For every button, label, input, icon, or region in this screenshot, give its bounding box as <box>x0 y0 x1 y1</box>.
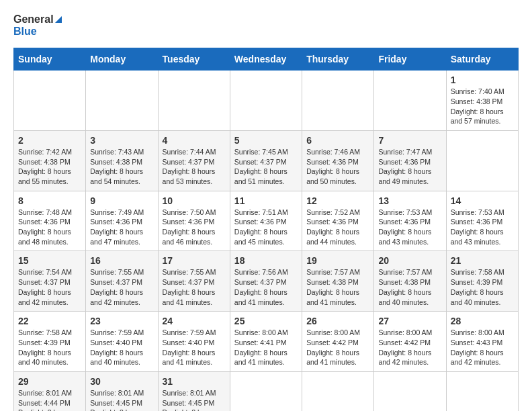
calendar-header-friday: Friday <box>374 48 446 71</box>
day-cell: 12Sunrise: 7:52 AMSunset: 4:36 PMDayligh… <box>302 191 374 251</box>
calendar-week-3: 8Sunrise: 7:48 AMSunset: 4:36 PMDaylight… <box>14 191 519 251</box>
day-cell: 4Sunrise: 7:44 AMSunset: 4:37 PMDaylight… <box>158 130 230 191</box>
day-cell: 17Sunrise: 7:55 AMSunset: 4:37 PMDayligh… <box>158 251 230 312</box>
day-cell: 3Sunrise: 7:43 AMSunset: 4:38 PMDaylight… <box>86 130 158 191</box>
empty-cell <box>374 371 446 411</box>
day-cell: 15Sunrise: 7:54 AMSunset: 4:37 PMDayligh… <box>14 251 86 312</box>
calendar-header-monday: Monday <box>86 48 158 71</box>
calendar: SundayMondayTuesdayWednesdayThursdayFrid… <box>13 48 519 411</box>
day-cell: 26Sunrise: 8:00 AMSunset: 4:42 PMDayligh… <box>302 312 374 372</box>
empty-cell <box>158 71 230 131</box>
day-cell: 13Sunrise: 7:53 AMSunset: 4:36 PMDayligh… <box>374 191 446 251</box>
day-cell: 21Sunrise: 7:58 AMSunset: 4:39 PMDayligh… <box>446 251 518 312</box>
empty-cell <box>14 71 86 131</box>
empty-cell <box>446 371 518 411</box>
calendar-header-thursday: Thursday <box>302 48 374 71</box>
day-cell: 6Sunrise: 7:46 AMSunset: 4:36 PMDaylight… <box>302 130 374 191</box>
day-cell: 19Sunrise: 7:57 AMSunset: 4:38 PMDayligh… <box>302 251 374 312</box>
calendar-header-sunday: Sunday <box>14 48 86 71</box>
day-cell: 11Sunrise: 7:51 AMSunset: 4:36 PMDayligh… <box>230 191 302 251</box>
calendar-header-wednesday: Wednesday <box>230 48 302 71</box>
calendar-header-row: SundayMondayTuesdayWednesdayThursdayFrid… <box>14 48 519 71</box>
day-cell: 18Sunrise: 7:56 AMSunset: 4:37 PMDayligh… <box>230 251 302 312</box>
calendar-week-5: 22Sunrise: 7:58 AMSunset: 4:39 PMDayligh… <box>14 312 519 372</box>
header: General Blue <box>13 13 519 37</box>
day-cell: 30Sunrise: 8:01 AMSunset: 4:45 PMDayligh… <box>86 371 158 411</box>
day-cell: 24Sunrise: 7:59 AMSunset: 4:40 PMDayligh… <box>158 312 230 372</box>
empty-cell <box>302 71 374 131</box>
day-cell: 29Sunrise: 8:01 AMSunset: 4:44 PMDayligh… <box>14 371 86 411</box>
day-cell: 22Sunrise: 7:58 AMSunset: 4:39 PMDayligh… <box>14 312 86 372</box>
day-cell: 25Sunrise: 8:00 AMSunset: 4:41 PMDayligh… <box>230 312 302 372</box>
day-cell: 2Sunrise: 7:42 AMSunset: 4:38 PMDaylight… <box>14 130 86 191</box>
day-cell: 20Sunrise: 7:57 AMSunset: 4:38 PMDayligh… <box>374 251 446 312</box>
calendar-week-2: 2Sunrise: 7:42 AMSunset: 4:38 PMDaylight… <box>14 130 519 191</box>
calendar-week-6: 29Sunrise: 8:01 AMSunset: 4:44 PMDayligh… <box>14 371 519 411</box>
logo-text-blue: Blue <box>13 26 62 38</box>
empty-cell <box>374 71 446 131</box>
empty-cell <box>302 371 374 411</box>
logo: General Blue <box>13 13 62 37</box>
day-cell: 9Sunrise: 7:49 AMSunset: 4:36 PMDaylight… <box>86 191 158 251</box>
day-cell: 28Sunrise: 8:00 AMSunset: 4:43 PMDayligh… <box>446 312 518 372</box>
day-cell: 23Sunrise: 7:59 AMSunset: 4:40 PMDayligh… <box>86 312 158 372</box>
day-cell: 31Sunrise: 8:01 AMSunset: 4:45 PMDayligh… <box>158 371 230 411</box>
day-cell: 10Sunrise: 7:50 AMSunset: 4:36 PMDayligh… <box>158 191 230 251</box>
day-cell: 27Sunrise: 8:00 AMSunset: 4:42 PMDayligh… <box>374 312 446 372</box>
empty-cell <box>86 71 158 131</box>
empty-cell <box>230 71 302 131</box>
day-cell: 5Sunrise: 7:45 AMSunset: 4:37 PMDaylight… <box>230 130 302 191</box>
empty-cell <box>230 371 302 411</box>
day-cell: 8Sunrise: 7:48 AMSunset: 4:36 PMDaylight… <box>14 191 86 251</box>
day-cell: 1Sunrise: 7:40 AMSunset: 4:38 PMDaylight… <box>446 71 518 131</box>
calendar-header-tuesday: Tuesday <box>158 48 230 71</box>
calendar-header-saturday: Saturday <box>446 48 518 71</box>
logo-container: General Blue <box>13 13 62 37</box>
calendar-week-1: 1Sunrise: 7:40 AMSunset: 4:38 PMDaylight… <box>14 71 519 131</box>
logo-text-general: General <box>13 13 62 26</box>
calendar-week-4: 15Sunrise: 7:54 AMSunset: 4:37 PMDayligh… <box>14 251 519 312</box>
day-cell: 16Sunrise: 7:55 AMSunset: 4:37 PMDayligh… <box>86 251 158 312</box>
day-cell: 14Sunrise: 7:53 AMSunset: 4:36 PMDayligh… <box>446 191 518 251</box>
day-cell: 7Sunrise: 7:47 AMSunset: 4:36 PMDaylight… <box>374 130 446 191</box>
